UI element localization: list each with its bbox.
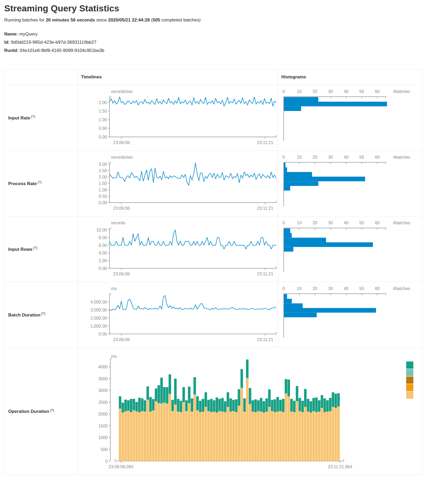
query-name-line: Name: myQuery xyxy=(4,30,448,38)
page: Streaming Query Statistics Running batch… xyxy=(0,3,448,475)
summary-duration: 26 minutes 56 seconds xyxy=(46,17,95,23)
stats-table: Timelines Histograms Input Rate(?) recor… xyxy=(4,69,422,475)
svg-text:23:11:21: 23:11:21 xyxy=(257,337,273,342)
svg-text:23:11:21: 23:11:21 xyxy=(257,272,273,276)
svg-text:60: 60 xyxy=(375,155,380,159)
input-rows-row: Input Rows(?) records10.008.006.004.002.… xyxy=(4,216,422,282)
svg-text:records: records xyxy=(111,221,125,225)
running-batches-summary: Running batches for 26 minutes 56 second… xyxy=(4,17,448,23)
svg-text:0.50: 0.50 xyxy=(99,126,107,131)
svg-text:0: 0 xyxy=(283,286,285,291)
svg-text:60: 60 xyxy=(375,89,380,94)
header-histograms: Histograms xyxy=(278,69,422,85)
batch-duration-histogram-chart: 0102030405060#batches xyxy=(278,282,422,348)
svg-text:20: 20 xyxy=(313,155,317,159)
svg-text:1.50: 1.50 xyxy=(99,181,107,186)
svg-text:23:06:06: 23:06:06 xyxy=(113,206,130,211)
query-runid-value: 04e101e6-8bf8-4165-9099-9104c951ba3b xyxy=(20,48,105,53)
row-label-cell-process-rate: Process Rate(?) xyxy=(4,151,78,216)
input-rate-row: Input Rate(?) records/sec2.001.501.000.5… xyxy=(4,85,422,151)
svg-text:3000: 3000 xyxy=(98,388,108,393)
row-label-input-rate: Input Rate xyxy=(4,115,30,120)
query-id-label: Id: xyxy=(4,40,10,45)
svg-text:0.00: 0.00 xyxy=(99,332,107,336)
row-label-input-rows: Input Rows xyxy=(4,247,33,252)
svg-text:40: 40 xyxy=(344,155,349,159)
summary-completed-count: 505 xyxy=(152,17,160,23)
svg-text:3,000.00: 3,000.00 xyxy=(90,308,107,312)
query-id-value: 9d0dd219-995d-423e-b97d-36931110bb27 xyxy=(11,40,97,45)
svg-text:40: 40 xyxy=(344,221,349,225)
svg-text:0: 0 xyxy=(105,459,108,463)
svg-text:23:06:06: 23:06:06 xyxy=(113,140,130,145)
page-title: Streaming Query Statistics xyxy=(4,3,448,14)
query-runid-line: RunId: 04e101e6-8bf8-4165-9099-9104c951b… xyxy=(4,46,448,55)
input-rows-timeline-chart: records10.008.006.004.002.000.0023:06:06… xyxy=(78,216,278,282)
svg-text:4.00: 4.00 xyxy=(99,251,107,255)
svg-text:0.00: 0.00 xyxy=(99,266,107,271)
svg-text:3.00: 3.00 xyxy=(99,162,107,167)
svg-text:2000: 2000 xyxy=(98,412,108,416)
svg-text:#batches: #batches xyxy=(393,221,410,225)
row-label-cell-operation-duration: Operation Duration(?) xyxy=(4,348,78,475)
row-label-cell-input-rate: Input Rate(?) xyxy=(4,85,78,151)
legend-swatch-1 xyxy=(406,362,413,369)
svg-text:3500: 3500 xyxy=(98,377,108,381)
header-empty-cell xyxy=(4,69,78,85)
row-label-process-rate: Process Rate xyxy=(4,181,37,186)
svg-text:ms: ms xyxy=(111,354,117,359)
batch-duration-timeline-chart: ms4,000.003,000.002,000.001,000.000.0023… xyxy=(78,282,278,348)
svg-text:records/sec: records/sec xyxy=(111,89,133,94)
input-rate-help-icon[interactable]: (?) xyxy=(31,115,35,118)
row-label-batch-duration: Batch Duration xyxy=(4,313,40,318)
svg-text:0: 0 xyxy=(283,155,285,159)
svg-text:50: 50 xyxy=(359,286,364,291)
svg-text:#batches: #batches xyxy=(393,89,410,94)
svg-text:50: 50 xyxy=(359,221,364,225)
operation-duration-chart: ms4000350030002500200015001000500023:06:… xyxy=(78,348,422,475)
legend-swatch-5 xyxy=(406,392,413,399)
svg-text:2.00: 2.00 xyxy=(99,258,107,263)
svg-text:2,000.00: 2,000.00 xyxy=(90,316,107,320)
svg-text:1.00: 1.00 xyxy=(99,118,107,122)
input-rows-help-icon[interactable]: (?) xyxy=(33,246,37,250)
svg-text:2.00: 2.00 xyxy=(99,175,107,179)
svg-text:60: 60 xyxy=(375,286,380,291)
operation-duration-row: Operation Duration(?) ms4000350030002500… xyxy=(4,348,422,475)
row-label-cell-batch-duration: Batch Duration(?) xyxy=(4,282,78,348)
svg-text:40: 40 xyxy=(344,89,349,94)
svg-text:23:06:06: 23:06:06 xyxy=(113,337,130,342)
operation-duration-help-icon[interactable]: (?) xyxy=(50,408,54,412)
legend-swatch-2 xyxy=(406,369,413,376)
svg-text:10: 10 xyxy=(297,221,302,225)
svg-text:50: 50 xyxy=(359,155,364,159)
svg-text:60: 60 xyxy=(375,221,380,225)
svg-text:1,000.00: 1,000.00 xyxy=(90,324,107,328)
row-label-operation-duration: Operation Duration xyxy=(4,409,49,414)
svg-text:0.50: 0.50 xyxy=(99,194,107,199)
svg-text:2.00: 2.00 xyxy=(99,100,107,105)
query-name-value: myQuery xyxy=(19,32,38,37)
batch-duration-help-icon[interactable]: (?) xyxy=(41,312,45,315)
svg-text:1.50: 1.50 xyxy=(99,109,107,113)
svg-text:20: 20 xyxy=(313,221,317,225)
svg-text:8.00: 8.00 xyxy=(99,235,107,240)
svg-text:10: 10 xyxy=(297,286,302,291)
svg-text:#batches: #batches xyxy=(393,155,410,159)
input-rows-histogram-chart: 0102030405060#batches xyxy=(278,216,422,282)
stats-table-header-row: Timelines Histograms xyxy=(4,69,422,85)
process-rate-help-icon[interactable]: (?) xyxy=(38,180,42,184)
svg-text:30: 30 xyxy=(328,286,333,291)
summary-start-time: 2020/05/21 22:44:28 xyxy=(108,17,150,23)
svg-text:20: 20 xyxy=(313,286,317,291)
process-rate-timeline-chart: records/sec3.002.502.001.501.000.500.002… xyxy=(78,151,278,216)
svg-text:1.00: 1.00 xyxy=(99,188,107,192)
svg-text:30: 30 xyxy=(328,155,333,159)
svg-text:1500: 1500 xyxy=(98,424,108,428)
svg-text:2.50: 2.50 xyxy=(99,168,107,173)
svg-text:#batches: #batches xyxy=(393,286,410,291)
svg-text:ms: ms xyxy=(111,286,117,291)
summary-text: Running batches for xyxy=(4,17,46,23)
query-id-line: Id: 9d0dd219-995d-423e-b97d-36931110bb27 xyxy=(4,38,448,46)
svg-text:50: 50 xyxy=(359,89,364,94)
